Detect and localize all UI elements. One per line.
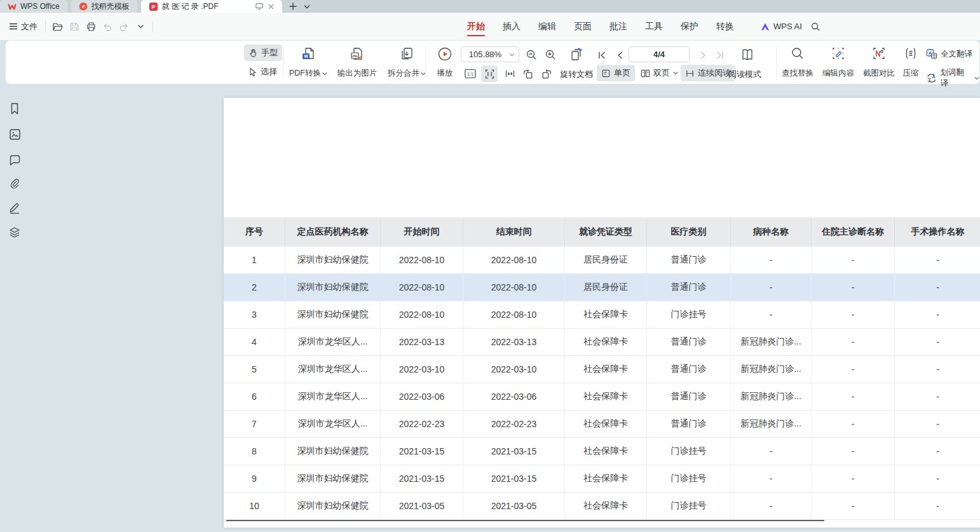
divider (45, 21, 46, 32)
ribbon-tab-批注[interactable]: 批注 (609, 13, 627, 40)
tab-document-pdf[interactable]: P 就 医 记 录 .PDF (141, 0, 282, 13)
bookmarks-panel-button[interactable] (8, 102, 22, 116)
ribbon-tab-转换[interactable]: 转换 (716, 13, 734, 40)
continuous-reading-label: 连续阅读 (698, 67, 731, 79)
tab-docer-templates[interactable]: 找稻壳模板 (71, 0, 137, 13)
first-page-button[interactable] (595, 49, 608, 62)
last-page-button[interactable] (714, 49, 726, 62)
next-page-button[interactable] (697, 49, 710, 62)
table-cell: - (895, 411, 980, 438)
previous-page-button[interactable] (613, 49, 626, 62)
close-tab-icon[interactable] (268, 3, 275, 10)
wps-ai-button[interactable]: WPS AI (760, 13, 802, 40)
quick-access-chevron-button[interactable] (132, 18, 149, 35)
table-cell: 新冠肺炎门诊... (731, 383, 812, 411)
open-book-icon (740, 48, 755, 62)
table-cell: 2022-08-10 (381, 301, 463, 329)
chevron-down-icon (304, 4, 310, 9)
table-cell: 2 (224, 274, 285, 301)
fit-width-button[interactable] (503, 67, 517, 81)
table-cell: 6 (224, 383, 285, 411)
page-number-input[interactable] (629, 50, 689, 59)
word-translate-button[interactable]: 文A 划词翻译 (926, 67, 979, 89)
new-tab-button[interactable] (286, 0, 300, 13)
undo-button[interactable] (99, 18, 116, 35)
split-merge-icon (399, 46, 414, 62)
ribbon-tab-页面[interactable]: 页面 (574, 13, 592, 40)
select-tool-button[interactable]: 选择 (244, 64, 282, 80)
full-text-translate-button[interactable]: A 全文翻译 (926, 48, 972, 60)
hand-tool-button[interactable]: 手型 (244, 44, 282, 61)
tab-label: 找稻壳模板 (92, 1, 130, 12)
svg-text:文: 文 (927, 77, 932, 81)
save-button[interactable] (66, 18, 83, 35)
compress-button[interactable]: 压缩 (898, 44, 923, 81)
zoom-level-input[interactable] (461, 50, 509, 59)
zoom-in-icon (545, 49, 556, 60)
table-cell: 社会保障卡 (565, 411, 647, 438)
actual-size-button[interactable]: 1:1 (463, 67, 477, 81)
zoom-level-combo[interactable] (461, 46, 519, 62)
split-merge-button[interactable]: 拆分合并 (385, 44, 429, 81)
ribbon-tab-插入[interactable]: 插入 (503, 13, 521, 40)
continuous-reading-button[interactable]: 连续阅读 (681, 65, 735, 81)
attachments-panel-button[interactable] (8, 177, 22, 191)
ribbon-tab-保护[interactable]: 保护 (681, 13, 698, 40)
print-button[interactable] (83, 18, 99, 35)
edit-content-button[interactable]: 编辑内容 (819, 44, 857, 81)
page-number-combo[interactable] (629, 46, 690, 62)
play-slideshow-button[interactable]: 播放 (429, 44, 461, 81)
table-cell: - (895, 438, 980, 465)
find-replace-label: 查找替换 (782, 68, 813, 79)
double-page-label: 双页 (653, 67, 670, 79)
share-to-device-icon[interactable] (255, 3, 264, 10)
pdf-page[interactable]: 序号定点医药机构名称开始时间结束时间就诊凭证类型医疗类别病种名称住院主诊断名称手… (224, 98, 980, 528)
export-as-image-button[interactable]: 输出为图片 (332, 44, 382, 81)
open-file-button[interactable] (50, 18, 66, 35)
rotate-right-button[interactable] (540, 67, 554, 81)
ribbon-tab-工具[interactable]: 工具 (645, 13, 663, 40)
zoom-in-button[interactable] (543, 47, 558, 62)
play-label: 播放 (437, 68, 453, 79)
table-cell: - (812, 247, 895, 274)
fit-width-icon (505, 69, 515, 78)
tab-label: WPS Office (20, 2, 60, 11)
rotate-doc-label[interactable]: 旋转文档 (560, 69, 593, 80)
tab-list-button[interactable] (300, 0, 314, 13)
tab-wps-office[interactable]: WPS Office (0, 0, 67, 13)
single-page-button[interactable]: 单页 (597, 65, 635, 81)
table-cell: 2022-02-23 (381, 411, 463, 438)
read-mode-icon-button[interactable] (738, 46, 756, 64)
fit-page-button[interactable] (481, 65, 498, 82)
screenshot-compare-button[interactable]: 截图对比 (860, 44, 898, 81)
zoom-out-button[interactable] (524, 47, 539, 62)
hamburger-icon (9, 23, 18, 30)
ribbon-tab-编辑[interactable]: 编辑 (538, 13, 556, 40)
redo-button[interactable] (116, 18, 132, 35)
rotate-left-button[interactable] (521, 67, 534, 81)
layers-panel-button[interactable] (8, 226, 22, 240)
file-menu-button[interactable]: 文件 (5, 21, 41, 32)
svg-text:P: P (151, 3, 155, 10)
pdf-convert-icon: W (301, 46, 316, 62)
thumbnails-panel-button[interactable] (8, 127, 22, 141)
table-cell: - (895, 465, 980, 493)
comments-panel-button[interactable] (8, 153, 22, 167)
find-replace-button[interactable]: 查找替换 (779, 44, 817, 81)
table-cell: 2022-03-13 (381, 329, 463, 356)
signature-panel-button[interactable] (8, 201, 22, 215)
table-cell: 1 (224, 247, 285, 274)
compress-label: 压缩 (903, 68, 919, 79)
pdf-convert-button[interactable]: W PDF转换 (287, 44, 330, 81)
table-row: 8深圳市妇幼保健院2021-03-152021-03-15社会保障卡门诊挂号--… (224, 438, 980, 465)
last-page-icon (716, 51, 725, 60)
double-page-button[interactable]: 双页 (636, 65, 683, 81)
rotate-pages-button[interactable] (568, 46, 585, 64)
table-header-cell: 定点医药机构名称 (285, 217, 381, 247)
ribbon-tab-开始[interactable]: 开始 (467, 13, 485, 40)
read-mode-label[interactable]: 阅读模式 (728, 69, 761, 80)
ribbon-search-button[interactable] (807, 18, 824, 35)
paperclip-icon (8, 177, 21, 190)
table-cell: 普通门诊 (647, 383, 731, 411)
play-icon (437, 46, 453, 62)
